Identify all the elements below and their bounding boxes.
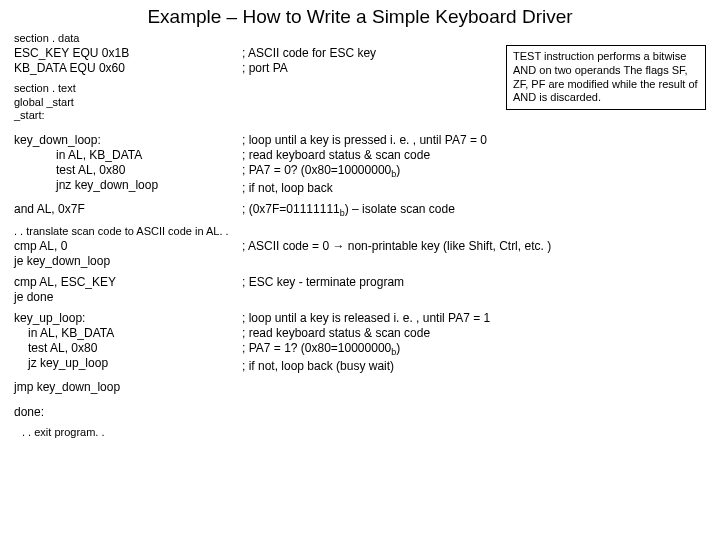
code-line: jnz key_down_loop [14, 178, 242, 193]
comment-line: ; read keyboard status & scan code [242, 326, 706, 341]
code-line: key_up_loop: [14, 311, 242, 326]
code-line: . . exit program. . [14, 426, 706, 440]
page-title: Example – How to Write a Simple Keyboard… [0, 6, 720, 28]
code-line: key_down_loop: [14, 133, 242, 148]
comment-line: ; loop until a key is released i. e. , u… [242, 311, 706, 326]
comment-line: ; ASCII code = 0 → non-printable key (li… [242, 239, 706, 254]
comment-line: ; if not, loop back (busy wait) [242, 359, 706, 374]
code-line: . . translate scan code to ASCII code in… [14, 225, 706, 239]
code-line: je key_down_loop [14, 254, 242, 269]
section-data: section . data [14, 32, 706, 46]
comment-line: ; if not, loop back [242, 181, 706, 196]
comment-line: ; loop until a key is pressed i. e. , un… [242, 133, 706, 148]
code-line: KB_DATA EQU 0x60 [14, 61, 242, 76]
comment-line: ; (0x7F=01111111b) – isolate scan code [242, 202, 706, 220]
code-line: test AL, 0x80 [14, 163, 242, 178]
code-line: jz key_up_loop [14, 356, 242, 371]
comment-line: ; read keyboard status & scan code [242, 148, 706, 163]
code-line: test AL, 0x80 [14, 341, 242, 356]
code-line: cmp AL, 0 [14, 239, 242, 254]
code-line: in AL, KB_DATA [14, 326, 242, 341]
code-block: cmp AL, 0 je key_down_loop [14, 239, 242, 269]
code-line: done: [14, 405, 706, 420]
code-line: je done [14, 290, 242, 305]
code-block: key_down_loop: in AL, KB_DATA test AL, 0… [14, 133, 242, 193]
code-line: ESC_KEY EQU 0x1B [14, 46, 242, 61]
code-line: and AL, 0x7F [14, 202, 242, 217]
callout-box: TEST instruction performs a bitwise AND … [506, 45, 706, 110]
comment-line: ; ESC key - terminate program [242, 275, 706, 290]
code-line: _start: [14, 109, 706, 123]
comment-line: ; PA7 = 0? (0x80=10000000b) [242, 163, 706, 181]
code-block: key_up_loop: in AL, KB_DATA test AL, 0x8… [14, 311, 242, 371]
code-line: cmp AL, ESC_KEY [14, 275, 242, 290]
comment-line: ; PA7 = 1? (0x80=10000000b) [242, 341, 706, 359]
comment-block: ; loop until a key is released i. e. , u… [242, 311, 706, 374]
code-block: cmp AL, ESC_KEY je done [14, 275, 242, 305]
comment-block: ; loop until a key is pressed i. e. , un… [242, 133, 706, 196]
code-line: jmp key_down_loop [14, 380, 706, 395]
code-block: ESC_KEY EQU 0x1B KB_DATA EQU 0x60 [14, 46, 242, 76]
code-line: in AL, KB_DATA [14, 148, 242, 163]
